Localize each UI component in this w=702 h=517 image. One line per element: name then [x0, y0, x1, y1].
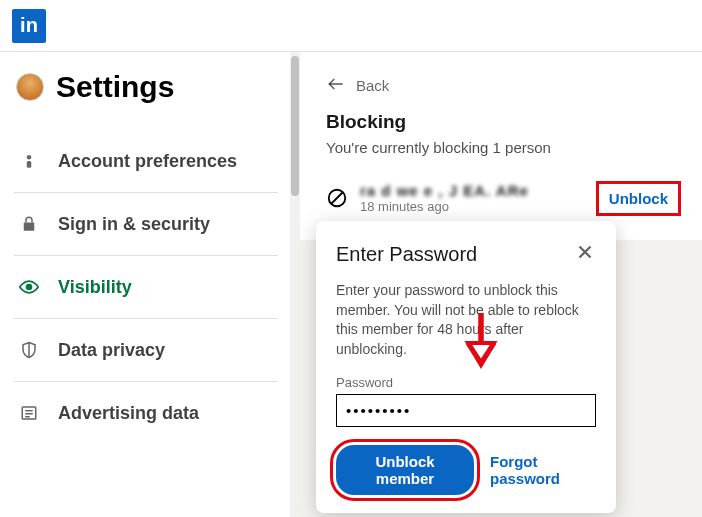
password-input[interactable]	[336, 394, 596, 427]
sidebar-item-data-privacy[interactable]: Data privacy	[14, 325, 278, 375]
arrow-left-icon	[326, 74, 346, 97]
divider	[14, 255, 278, 256]
forgot-password-link[interactable]: Forgot password	[490, 453, 596, 487]
blocked-member-name: ra d we e , J EA. ARe	[360, 182, 529, 199]
sidebar-item-sign-in-security[interactable]: Sign in & security	[14, 199, 278, 249]
sidebar-item-account-preferences[interactable]: Account preferences	[14, 136, 278, 186]
main-content: Back Blocking You're currently blocking …	[300, 52, 702, 517]
divider	[14, 192, 278, 193]
newspaper-icon	[18, 402, 40, 424]
avatar[interactable]	[16, 73, 44, 101]
sidebar-item-advertising-data[interactable]: Advertising data	[14, 388, 278, 438]
divider	[14, 381, 278, 382]
password-label: Password	[336, 375, 596, 390]
svg-line-10	[332, 193, 343, 204]
modal-actions: Unblock member Forgot password	[336, 445, 596, 495]
sidebar: Settings Account preferences Sign in & s…	[0, 52, 290, 517]
blocked-member-row: ra d we e , J EA. ARe 18 minutes ago Unb…	[326, 178, 676, 218]
lock-icon	[18, 213, 40, 235]
eye-icon	[18, 276, 40, 298]
modal-header: Enter Password	[336, 241, 596, 267]
unblock-button[interactable]: Unblock	[601, 186, 676, 211]
scroll-thumb[interactable]	[291, 56, 299, 196]
sidebar-item-visibility[interactable]: Visibility	[14, 262, 278, 312]
layout: Settings Account preferences Sign in & s…	[0, 52, 702, 517]
modal-title: Enter Password	[336, 243, 477, 266]
shield-icon	[18, 339, 40, 361]
sidebar-item-label: Data privacy	[58, 340, 165, 361]
unblock-member-button[interactable]: Unblock member	[336, 445, 474, 495]
scrollbar[interactable]	[290, 52, 300, 517]
svg-point-3	[27, 285, 32, 290]
sidebar-item-label: Sign in & security	[58, 214, 210, 235]
blocked-member-info: ra d we e , J EA. ARe 18 minutes ago	[326, 182, 529, 214]
top-bar: in	[0, 0, 702, 52]
back-label: Back	[356, 77, 389, 94]
svg-point-0	[27, 155, 32, 160]
person-icon	[18, 150, 40, 172]
svg-rect-2	[24, 223, 35, 231]
sidebar-item-label: Visibility	[58, 277, 132, 298]
password-modal: Enter Password Enter your password to un…	[316, 221, 616, 513]
section-subtitle: You're currently blocking 1 person	[326, 139, 676, 156]
sidebar-item-label: Advertising data	[58, 403, 199, 424]
page-title: Settings	[56, 70, 174, 104]
close-icon[interactable]	[574, 241, 596, 267]
section-title: Blocking	[326, 111, 676, 133]
linkedin-logo[interactable]: in	[12, 9, 46, 43]
back-button[interactable]: Back	[326, 74, 676, 97]
blocked-member-time: 18 minutes ago	[360, 199, 529, 214]
divider	[14, 318, 278, 319]
settings-header: Settings	[14, 70, 278, 104]
content-panel: Back Blocking You're currently blocking …	[300, 52, 702, 240]
block-icon	[326, 187, 348, 209]
sidebar-item-label: Account preferences	[58, 151, 237, 172]
svg-rect-1	[27, 161, 32, 168]
modal-description: Enter your password to unblock this memb…	[336, 281, 596, 359]
